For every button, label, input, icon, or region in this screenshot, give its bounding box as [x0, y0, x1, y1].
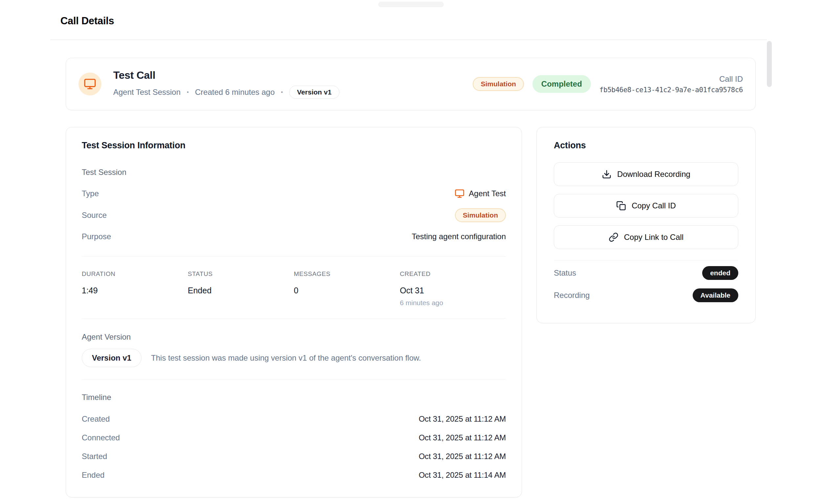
status-label: Status — [554, 269, 576, 278]
type-value-text: Agent Test — [469, 189, 506, 198]
session-info-heading: Test Session Information — [82, 140, 506, 151]
call-id-block: Call ID fb5b46e8-ce13-41c2-9a7e-a01fca95… — [599, 74, 743, 94]
download-recording-button[interactable]: Download Recording — [554, 162, 738, 186]
stat-value: Ended — [188, 286, 294, 295]
version-badge: Version v1 — [289, 86, 339, 99]
timeline-event-label: Started — [82, 452, 107, 461]
stat-label: STATUS — [188, 271, 294, 278]
section-divider — [82, 379, 506, 380]
copy-link-to-call-button[interactable]: Copy Link to Call — [554, 225, 738, 249]
completed-status-badge: Completed — [532, 75, 591, 93]
download-icon — [602, 169, 611, 179]
page-divider — [50, 39, 767, 40]
recording-value-pill: Available — [693, 289, 738, 302]
copy-call-id-button[interactable]: Copy Call ID — [554, 194, 738, 217]
recording-label: Recording — [554, 291, 589, 300]
meta-separator: • — [281, 89, 283, 95]
call-meta-row: Agent Test Session • Created 6 minutes a… — [113, 86, 339, 99]
stat-label: DURATION — [82, 271, 188, 278]
timeline-event-label: Created — [82, 414, 110, 424]
actions-heading: Actions — [554, 140, 738, 151]
agent-version-badge: Version v1 — [82, 349, 141, 367]
stat-created: CREATED Oct 31 6 minutes ago — [400, 271, 506, 307]
stat-messages: MESSAGES 0 — [294, 271, 400, 307]
monitor-icon — [84, 78, 96, 90]
stats-grid: DURATION 1:49 STATUS Ended MESSAGES 0 CR… — [82, 271, 506, 307]
stat-value: 1:49 — [82, 286, 188, 295]
type-label: Type — [82, 189, 99, 198]
section-divider — [554, 260, 738, 261]
stat-status: STATUS Ended — [188, 271, 294, 307]
call-title: Test Call — [113, 69, 339, 81]
timeline-row-connected: Connected Oct 31, 2025 at 11:12 AM — [82, 433, 506, 442]
agent-version-description: This test session was made using version… — [151, 353, 421, 363]
header-text: Test Call Agent Test Session • Created 6… — [113, 69, 339, 99]
drag-handle — [378, 2, 444, 7]
type-row: Type Agent Test — [82, 189, 506, 198]
simulation-badge: Simulation — [473, 77, 524, 91]
test-session-subheading: Test Session — [82, 168, 506, 177]
timeline-event-label: Connected — [82, 433, 120, 442]
section-divider — [82, 256, 506, 257]
copy-icon — [616, 201, 626, 211]
purpose-row: Purpose Testing agent configuration — [82, 232, 506, 241]
timeline-row-started: Started Oct 31, 2025 at 11:12 AM — [82, 452, 506, 461]
created-ago-text: Created 6 minutes ago — [195, 88, 275, 97]
type-value: Agent Test — [455, 189, 506, 198]
timeline-row-ended: Ended Oct 31, 2025 at 11:14 AM — [82, 471, 506, 480]
action-button-label: Copy Call ID — [632, 201, 676, 210]
call-id-value: fb5b46e8-ce13-41c2-9a7e-a01fca9578c6 — [599, 86, 743, 94]
stat-value: 0 — [294, 286, 400, 295]
timeline-event-value: Oct 31, 2025 at 11:14 AM — [419, 471, 506, 480]
meta-separator: • — [187, 89, 189, 95]
source-label: Source — [82, 211, 107, 220]
timeline-row-created: Created Oct 31, 2025 at 11:12 AM — [82, 414, 506, 424]
stat-label: CREATED — [400, 271, 506, 278]
agent-version-label: Agent Version — [82, 333, 506, 342]
monitor-icon — [455, 189, 464, 198]
status-value-pill: ended — [702, 266, 738, 280]
purpose-label: Purpose — [82, 232, 111, 241]
action-button-label: Download Recording — [617, 170, 690, 179]
page-title: Call Details — [60, 15, 114, 27]
session-type-text: Agent Test Session — [113, 88, 180, 97]
status-row: Status ended — [554, 266, 738, 280]
timeline-label: Timeline — [82, 393, 506, 402]
header-right: Simulation Completed Call ID fb5b46e8-ce… — [473, 74, 743, 94]
stat-duration: DURATION 1:49 — [82, 271, 188, 307]
agent-version-row: Version v1 This test session was made us… — [82, 349, 506, 367]
scrollbar-thumb[interactable] — [767, 41, 772, 87]
timeline-event-label: Ended — [82, 471, 104, 480]
action-button-label: Copy Link to Call — [624, 232, 684, 242]
stat-label: MESSAGES — [294, 271, 400, 278]
purpose-value: Testing agent configuration — [412, 232, 506, 241]
timeline-event-value: Oct 31, 2025 at 11:12 AM — [419, 414, 506, 424]
timeline-event-value: Oct 31, 2025 at 11:12 AM — [419, 433, 506, 442]
link-icon — [608, 232, 619, 242]
stat-sub-value: 6 minutes ago — [400, 299, 506, 307]
avatar — [78, 72, 101, 95]
stat-value: Oct 31 — [400, 286, 506, 295]
actions-panel: Actions Download Recording Copy Call ID … — [536, 127, 756, 323]
section-divider — [82, 318, 506, 319]
source-simulation-badge: Simulation — [455, 208, 506, 222]
source-row: Source Simulation — [82, 208, 506, 222]
call-id-label: Call ID — [599, 74, 743, 84]
call-header-card: Test Call Agent Test Session • Created 6… — [66, 58, 756, 110]
timeline-event-value: Oct 31, 2025 at 11:12 AM — [419, 452, 506, 461]
recording-row: Recording Available — [554, 289, 738, 302]
test-session-information-panel: Test Session Information Test Session Ty… — [66, 127, 522, 497]
